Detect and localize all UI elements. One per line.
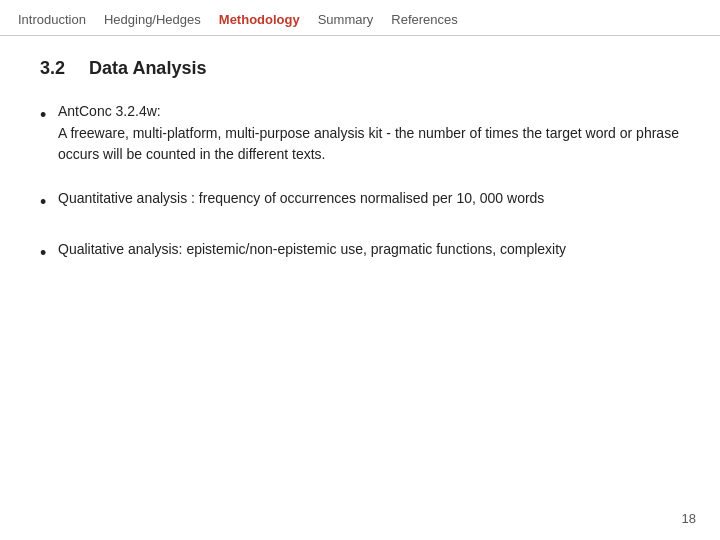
nav-item-methodology[interactable]: Methodology [219,10,318,29]
bullet-text-3: Qualitative analysis: epistemic/non-epis… [58,239,680,261]
bullet-dot-1: • [40,102,58,130]
nav-item-introduction[interactable]: Introduction [18,10,104,29]
bullet-item-1: •AntConc 3.2.4w:A freeware, multi-platfo… [40,101,680,166]
bullet-dot-3: • [40,240,58,268]
section-heading: 3.2 Data Analysis [40,58,680,79]
nav-item-hedging-hedges[interactable]: Hedging/Hedges [104,10,219,29]
nav-item-references[interactable]: References [391,10,475,29]
bullet-dot-2: • [40,189,58,217]
section-number: 3.2 [40,58,65,79]
nav-bar: IntroductionHedging/HedgesMethodologySum… [0,0,720,36]
slide: IntroductionHedging/HedgesMethodologySum… [0,0,720,540]
bullet-list: •AntConc 3.2.4w:A freeware, multi-platfo… [40,101,680,268]
page-number: 18 [682,511,696,526]
bullet-item-2: •Quantitative analysis : frequency of oc… [40,188,680,217]
bullet-item-3: •Qualitative analysis: epistemic/non-epi… [40,239,680,268]
section-title: Data Analysis [89,58,206,79]
bullet-text-1: AntConc 3.2.4w:A freeware, multi-platfor… [58,101,680,166]
content-area: 3.2 Data Analysis •AntConc 3.2.4w:A free… [0,36,720,306]
bullet-text-2: Quantitative analysis : frequency of occ… [58,188,680,210]
nav-item-summary[interactable]: Summary [318,10,392,29]
